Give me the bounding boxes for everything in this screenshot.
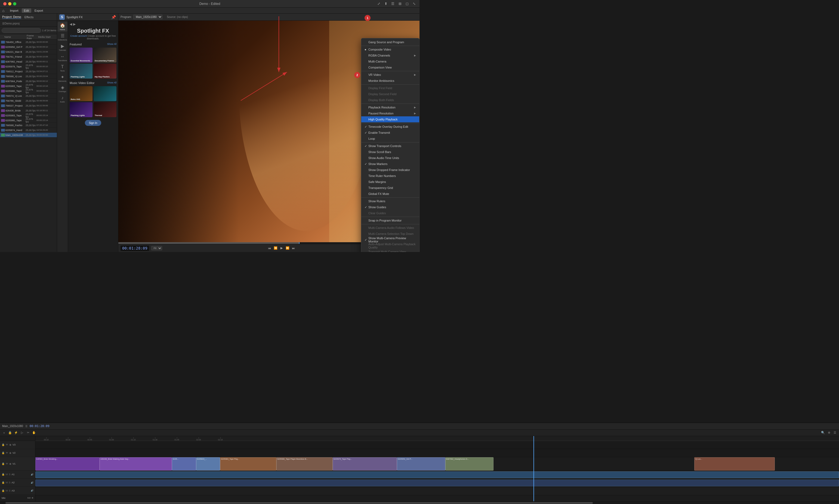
menu-item-safe-margins[interactable]: Safe Margins bbox=[361, 179, 419, 185]
menu-item-show-dropped-frame-indicator[interactable]: Show Dropped Frame Indicator bbox=[361, 167, 419, 173]
play-button[interactable]: ▶ bbox=[279, 246, 284, 251]
menu-item-transparency-grid[interactable]: Transparency Grid bbox=[361, 185, 419, 191]
file-row[interactable]: 756761_Friend 25,00 fps 00:00:10:08 bbox=[0, 54, 57, 59]
menu-label: Display Second Field bbox=[368, 92, 416, 96]
menu-item-show-guides[interactable]: ✓ Show Guides bbox=[361, 204, 419, 210]
chat-icon[interactable]: ◻ bbox=[405, 2, 409, 6]
featured-item[interactable]: Essential Movements bbox=[70, 48, 92, 62]
menu-item-multi-camera[interactable]: Multi-Camera bbox=[361, 58, 419, 65]
file-row[interactable]: Main_1920x108 25,00 fps 00:00:00:00 bbox=[0, 133, 57, 138]
menu-item-show-scroll-bars[interactable]: Show Scroll Bars bbox=[361, 149, 419, 155]
menu-item-show-transport-controls[interactable]: ✓ Show Transport Controls bbox=[361, 143, 419, 149]
file-row[interactable]: 766568_Vj Loo 25,00 fps 00:00:23:04 bbox=[0, 74, 57, 79]
tab-project[interactable]: Project: Demo bbox=[2, 15, 21, 19]
file-row[interactable]: 756512_Project 25,00 fps 03:54:07:11 bbox=[0, 69, 57, 74]
menu-item-show-markers[interactable]: ✓ Show Markers bbox=[361, 161, 419, 167]
resize-icon[interactable]: ⤡ bbox=[412, 2, 416, 6]
menu-item-show-rulers[interactable]: Show Rulers bbox=[361, 198, 419, 204]
file-row[interactable]: 766574_Vj Loo 25,00 fps 00:02:01:10 bbox=[0, 93, 57, 98]
spotlight-nav-overlays[interactable]: ◈Overlays bbox=[58, 84, 68, 93]
share-icon[interactable]: ⬆ bbox=[384, 2, 388, 6]
menu-item-time-ruler-numbers[interactable]: Time Ruler Numbers bbox=[361, 173, 419, 179]
nav-forward-icon[interactable]: ▶ bbox=[73, 22, 76, 26]
menu-label: Loop bbox=[368, 137, 416, 140]
menu-item-enable-transmit[interactable]: ✓ Enable Transmit bbox=[361, 130, 419, 136]
featured-item[interactable]: Flashing Lights bbox=[70, 64, 92, 78]
menu-label: Show Transport Controls bbox=[368, 144, 416, 148]
menu-export[interactable]: Export bbox=[32, 8, 46, 13]
play-back-button[interactable]: ⏮ bbox=[267, 246, 272, 251]
file-row[interactable]: 6205980_Tape 23,976 fps 00:00:00:15 bbox=[0, 89, 57, 93]
file-row[interactable]: 766450_Office 25,00 fps 00:00:00:00 bbox=[0, 40, 57, 44]
spotlight-nav-collections[interactable]: ☰Collections bbox=[58, 32, 68, 42]
file-row[interactable]: 756786_Skidd 25,00 fps 00:48:59:06 bbox=[0, 98, 57, 103]
spotlight-pin-icon[interactable]: 📌 bbox=[111, 15, 116, 19]
file-row[interactable]: 766568_Fashio 25,00 fps 07:35:47:16 bbox=[0, 123, 57, 128]
create-account-link[interactable]: Create account bbox=[70, 35, 87, 37]
spotlight-nav-tutorials[interactable]: ▶Tutorials bbox=[58, 42, 68, 52]
featured-show-all[interactable]: Show All bbox=[107, 43, 117, 46]
file-row[interactable]: 6087982_Head 25,00 fps 00:00:00:11 bbox=[0, 59, 57, 64]
home-icon[interactable]: ⌂ bbox=[2, 8, 4, 13]
file-row[interactable]: 6087964_Pode 25,00 fps 00:00:00:12 bbox=[0, 79, 57, 84]
menu-import[interactable]: Import bbox=[7, 8, 20, 13]
file-row[interactable]: 6205980_Tape 23,976 fps 00:00:15:14 bbox=[0, 118, 57, 123]
file-row[interactable]: 766537_Project 25,00 fps 06:22:59:06 bbox=[0, 103, 57, 108]
music-item[interactable]: Thermal bbox=[93, 102, 117, 117]
featured-item[interactable]: Hip Hop Flashes bbox=[93, 64, 117, 78]
search-input[interactable] bbox=[2, 28, 41, 33]
col-header-name: Name bbox=[4, 36, 26, 38]
file-row[interactable]: 6205983_Tape 23,976 fps 00:00:15:14 bbox=[0, 113, 57, 118]
spotlight-nav-texts[interactable]: TTexts bbox=[58, 63, 68, 73]
menu-item-timecode-overlay-during-edit[interactable]: ✓ Timecode Overlay During Edit bbox=[361, 124, 419, 130]
sign-in-button[interactable]: Sign In bbox=[85, 120, 101, 126]
file-row[interactable]: 6205874_Hand 25,00 fps 04:54:29:20 bbox=[0, 128, 57, 133]
spotlight-nav-audio[interactable]: ♪Audio bbox=[58, 94, 68, 104]
panel-icon[interactable]: ⊞ bbox=[398, 2, 402, 6]
tab-effects[interactable]: Effects bbox=[24, 16, 33, 19]
menu-item-gang-source-and-program[interactable]: Gang Source and Program bbox=[361, 39, 419, 45]
menu-icon[interactable]: ☰ bbox=[391, 2, 395, 6]
menu-item-global-fx-mute[interactable]: Global FX Mute bbox=[361, 191, 419, 197]
music-item[interactable] bbox=[93, 86, 117, 101]
close-button[interactable] bbox=[3, 2, 6, 5]
menu-separator bbox=[361, 123, 419, 123]
menu-item-high-quality-playback[interactable]: High Quality Playback bbox=[361, 116, 419, 122]
step-back-button[interactable]: ⏪ bbox=[273, 246, 278, 251]
menu-item-rgba-channels[interactable]: RGBA Channels ▶ bbox=[361, 52, 419, 58]
featured-item[interactable]: Documentary Frames bbox=[93, 48, 117, 62]
spotlight-nav: 🏠Home☰Collections▶Tutorials↔TransitionsT… bbox=[57, 21, 68, 252]
menu-edit[interactable]: Edit bbox=[22, 8, 31, 13]
file-row[interactable]: 6205950_Girl P 25,00 fps 00:00:09:10 bbox=[0, 44, 57, 50]
spotlight-nav-elements[interactable]: ✦Elements bbox=[58, 73, 68, 83]
menu-item-playback-resolution[interactable]: Playback Resolution ▶ bbox=[361, 104, 419, 110]
menu-item-show-audio-time-units[interactable]: Show Audio Time Units bbox=[361, 155, 419, 161]
play-forward-button[interactable]: ⏭ bbox=[291, 246, 296, 251]
menu-item-comparison-view[interactable]: Comparison View bbox=[361, 65, 419, 70]
file-row[interactable]: 6205979_Tape 23,976 fps 00:00:00:10 bbox=[0, 64, 57, 69]
badge-1: 1 bbox=[365, 15, 370, 21]
file-row[interactable]: 6205983_Tape 23,976 fps 00:00:10:16 bbox=[0, 84, 57, 89]
menu-item-paused-resolution[interactable]: Paused Resolution ▶ bbox=[361, 110, 419, 116]
step-forward-button[interactable]: ⏩ bbox=[285, 246, 290, 251]
music-item[interactable]: Flashing Lights bbox=[70, 102, 92, 117]
menu-item-composite-video[interactable]: ● Composite Video bbox=[361, 47, 419, 52]
spotlight-nav-transitions[interactable]: ↔Transitions bbox=[58, 53, 68, 62]
program-sequence-select[interactable]: Main_1920x1080 bbox=[133, 15, 162, 19]
zoom-button[interactable] bbox=[13, 2, 16, 5]
nav-back-icon[interactable]: ◀ bbox=[70, 22, 72, 26]
menu-item-snap-in-program-monitor[interactable]: Snap in Program Monitor bbox=[361, 217, 419, 223]
menu-item-vr-video[interactable]: VR Video ▶ bbox=[361, 72, 419, 78]
file-row[interactable]: 536221_Man B 25,00 fps 03:01:23:06 bbox=[0, 50, 57, 54]
menu-item-show-multi-camera-preview-monitor[interactable]: ✓ Show Multi-Camera Preview Monitor bbox=[361, 237, 419, 243]
fullscreen-icon[interactable]: ⤢ bbox=[377, 2, 381, 6]
music-show-all[interactable]: Show All bbox=[107, 81, 117, 85]
resolution-select[interactable]: Fit bbox=[151, 246, 162, 250]
timecode-display[interactable]: 00:01:28:09 bbox=[121, 246, 149, 251]
minimize-button[interactable] bbox=[8, 2, 12, 5]
music-item[interactable]: Retro VHS bbox=[70, 86, 92, 101]
file-row[interactable]: 426438_Bride 25,00 fps 02:16:50:11 bbox=[0, 108, 57, 113]
menu-item-monitor-ambisonics[interactable]: Monitor Ambisonics bbox=[361, 78, 419, 84]
spotlight-nav-home[interactable]: 🏠Home bbox=[58, 22, 68, 32]
menu-item-loop[interactable]: Loop bbox=[361, 136, 419, 142]
